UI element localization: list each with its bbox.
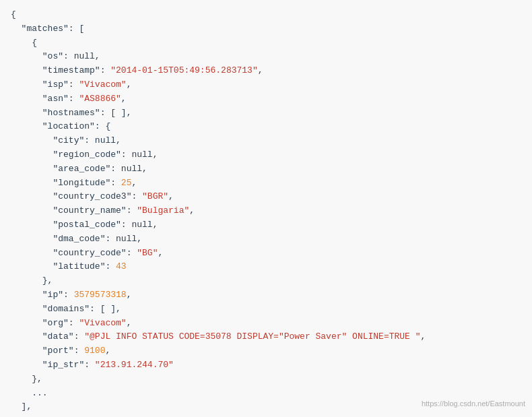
json-punctuation xyxy=(11,51,42,61)
code-line: "port": 9100, xyxy=(11,344,521,358)
code-line: } xyxy=(11,414,521,417)
json-null-value: : null, xyxy=(84,135,121,146)
json-punctuation: , xyxy=(127,318,132,328)
json-string-value: "@PJL INFO STATUS CODE=35078 DISPLAY="Po… xyxy=(84,331,420,342)
json-string-value: "213.91.244.70" xyxy=(95,360,174,370)
json-key: "ip_str" xyxy=(42,360,84,370)
json-null-value: : null, xyxy=(105,234,142,244)
json-number-value: 9100 xyxy=(84,346,105,356)
json-key: "postal_code" xyxy=(53,220,121,230)
json-punctuation: : xyxy=(100,65,111,75)
json-key: "city" xyxy=(53,135,84,146)
json-punctuation: , xyxy=(158,248,163,258)
json-punctuation xyxy=(11,261,53,271)
json-punctuation: : xyxy=(63,290,74,300)
code-line: "area_code": null, xyxy=(11,162,521,177)
json-number-value: 25 xyxy=(121,178,132,188)
json-null-value: : null, xyxy=(110,164,147,174)
json-punctuation xyxy=(11,178,53,188)
json-punctuation: }, xyxy=(11,374,42,384)
code-line: "country_code3": "BGR", xyxy=(11,190,521,204)
code-line: }, xyxy=(11,274,521,288)
code-line: "asn": "AS8866", xyxy=(11,92,521,106)
json-punctuation: , xyxy=(127,290,132,300)
code-line: "longitude": 25, xyxy=(11,177,521,191)
json-punctuation: : { xyxy=(95,121,110,131)
json-punctuation xyxy=(11,94,42,104)
json-punctuation: , xyxy=(168,191,174,201)
json-key: "dma_code" xyxy=(53,234,105,244)
code-container: { "matches": [ { "os": null, "timestamp"… xyxy=(0,0,532,417)
json-key: "matches" xyxy=(22,24,69,34)
json-punctuation xyxy=(11,220,53,230)
json-key: "region_code" xyxy=(53,150,121,160)
code-line: "os": null, xyxy=(11,50,521,64)
json-key: "country_name" xyxy=(53,205,126,216)
json-punctuation xyxy=(11,79,42,90)
code-line: "postal_code": null, xyxy=(11,218,521,232)
code-line: "location": { xyxy=(11,120,521,134)
json-string-value: "BG" xyxy=(137,248,158,258)
json-punctuation: : xyxy=(84,360,95,370)
json-key: "org" xyxy=(42,318,69,328)
code-line: "isp": "Vivacom", xyxy=(11,78,521,92)
code-line: "region_code": null, xyxy=(11,148,521,162)
json-punctuation: : [ xyxy=(69,24,84,34)
json-punctuation: , xyxy=(127,79,132,90)
code-line: { xyxy=(11,8,521,22)
json-punctuation xyxy=(11,360,42,370)
json-punctuation xyxy=(11,248,53,258)
json-punctuation xyxy=(11,205,53,216)
json-punctuation xyxy=(11,164,53,174)
json-punctuation xyxy=(11,234,53,244)
json-key: "location" xyxy=(42,121,95,131)
json-key: "country_code3" xyxy=(53,191,131,201)
json-key: "timestamp" xyxy=(42,65,100,75)
code-line: "ip": 3579573318, xyxy=(11,288,521,302)
json-punctuation xyxy=(11,150,53,160)
json-string-value: "Vivacom" xyxy=(79,79,126,90)
code-line: "data": "@PJL INFO STATUS CODE=35078 DIS… xyxy=(11,330,521,344)
json-punctuation: : [ ], xyxy=(90,304,121,314)
json-punctuation: ], xyxy=(11,402,32,412)
json-string-value: "Bulgaria" xyxy=(137,205,189,216)
json-punctuation: : [ ], xyxy=(100,108,132,118)
json-string-value: "BGR" xyxy=(142,191,168,201)
json-punctuation xyxy=(11,65,42,75)
code-line: "dma_code": null, xyxy=(11,232,521,247)
json-punctuation: : xyxy=(131,191,142,201)
json-punctuation xyxy=(11,304,42,314)
json-key: "asn" xyxy=(42,94,69,104)
watermark-text: https://blog.csdn.net/Eastmount xyxy=(422,398,525,410)
json-punctuation: { xyxy=(11,38,37,48)
json-punctuation: : xyxy=(105,261,116,271)
code-line: "matches": [ xyxy=(11,22,521,36)
json-null-value: : null, xyxy=(121,220,158,230)
json-punctuation: , xyxy=(105,346,110,356)
code-line: "org": "Vivacom", xyxy=(11,317,521,331)
json-null-value: : null, xyxy=(63,51,100,61)
code-line: "timestamp": "2014-01-15T05:49:56.283713… xyxy=(11,64,521,78)
code-line: "country_code": "BG", xyxy=(11,247,521,261)
json-key: "country_code" xyxy=(53,248,126,258)
code-line: "domains": [ ], xyxy=(11,302,521,317)
json-punctuation xyxy=(11,191,53,201)
json-punctuation: : xyxy=(110,178,121,188)
json-punctuation xyxy=(11,290,42,300)
json-punctuation xyxy=(11,331,42,342)
json-punctuation xyxy=(11,318,42,328)
json-key: "data" xyxy=(42,331,74,342)
code-line: }, xyxy=(11,373,521,387)
json-punctuation: : xyxy=(127,205,137,216)
json-key: "isp" xyxy=(42,79,69,90)
json-key: "longitude" xyxy=(53,178,110,188)
json-key: "area_code" xyxy=(53,164,110,174)
json-string-value: "AS8866" xyxy=(79,94,121,104)
json-key: "os" xyxy=(42,51,63,61)
json-punctuation: : xyxy=(127,248,137,258)
code-line: "ip_str": "213.91.244.70" xyxy=(11,358,521,373)
json-punctuation: : xyxy=(69,79,79,90)
json-punctuation: : xyxy=(74,331,85,342)
json-punctuation: , xyxy=(189,205,195,216)
json-number-value: 43 xyxy=(116,261,127,271)
